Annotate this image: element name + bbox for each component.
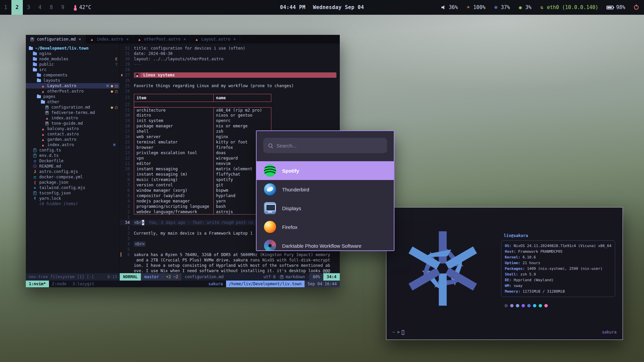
tree-item[interactable]: Dockerfile bbox=[26, 158, 119, 164]
power-icon[interactable] bbox=[634, 5, 639, 10]
tmux-window[interactable]: 1:nvim* bbox=[26, 281, 49, 287]
tree-item[interactable]: node_modules E bbox=[26, 56, 119, 62]
tree-item[interactable]: env.d.ts bbox=[26, 153, 119, 158]
fetch-user-host: liv@sakura bbox=[504, 233, 528, 239]
tree-item[interactable]: yarn.lock bbox=[26, 196, 119, 201]
app-label: Thunderbird bbox=[282, 187, 309, 192]
close-icon[interactable]: × bbox=[126, 37, 128, 42]
fetch-value: NixOS 24.11.20240828.71e91c4 (Vicuna) x8… bbox=[512, 244, 611, 248]
tree-item[interactable]: (6 hidden items) bbox=[26, 201, 119, 206]
badge: ? bbox=[115, 62, 117, 67]
tree-item[interactable]: pages bbox=[26, 94, 119, 99]
search-input[interactable] bbox=[276, 143, 382, 148]
module-icon bbox=[606, 6, 613, 9]
file-name: docker-compose.yml bbox=[39, 175, 83, 179]
close-icon[interactable]: × bbox=[233, 37, 236, 42]
editor-row: 26 bbox=[120, 78, 340, 83]
bar-module[interactable]: ⇅ eth0 (10.0.0.140) bbox=[539, 4, 598, 10]
shell-prompt[interactable]: ~ > bbox=[392, 329, 404, 335]
file-icon bbox=[45, 121, 49, 126]
tree-item[interactable]: index.astro H bbox=[26, 142, 119, 147]
file-name: tailwind.config.mjs bbox=[39, 185, 85, 190]
fetch-value: 21 hours bbox=[520, 261, 540, 265]
workspace-button[interactable]: 8 bbox=[46, 0, 57, 15]
bar-module[interactable]: ⊕ 37% bbox=[493, 4, 510, 10]
tree-item[interactable]: docker-compose.yml bbox=[26, 174, 119, 180]
table-cell: terminal emulator bbox=[134, 139, 214, 145]
tree-item[interactable]: ~/Development/liv.town bbox=[26, 46, 119, 51]
tree-item[interactable]: index.astro bbox=[26, 115, 119, 121]
line-number: 24 bbox=[124, 88, 134, 94]
git-changed: ~2 bbox=[173, 273, 178, 281]
workspace-button[interactable]: 4 bbox=[34, 0, 46, 15]
file-name: public bbox=[39, 62, 54, 67]
tree-item[interactable]: tone-guide.md bbox=[26, 121, 119, 126]
gutter-sign bbox=[120, 102, 124, 107]
launcher-search[interactable] bbox=[263, 138, 387, 153]
bar-module[interactable]: 98% bbox=[606, 4, 625, 10]
file-icon bbox=[33, 52, 37, 55]
launcher-item[interactable]: Firefox bbox=[257, 218, 394, 236]
file-icon bbox=[33, 159, 37, 163]
tree-item[interactable]: public ? bbox=[26, 62, 119, 67]
git-status: master › +2 ~2 bbox=[141, 273, 181, 281]
tree-item[interactable]: fediverse-terms.md bbox=[26, 110, 119, 115]
file-name: fediverse-terms.md bbox=[51, 110, 95, 115]
line-number: 29 bbox=[124, 62, 134, 67]
close-icon[interactable]: × bbox=[79, 37, 81, 42]
fetch-info-line: Packages: 1409 (nix-system), 2590 (nix-u… bbox=[505, 266, 611, 272]
tree-item[interactable]: config.ts bbox=[26, 147, 119, 153]
tree-item[interactable]: package.json bbox=[26, 180, 119, 185]
workspace-button[interactable]: 9 bbox=[57, 0, 68, 15]
git-blame-text: You, 5 days ago - feat: write rough post… bbox=[149, 220, 253, 225]
close-icon[interactable]: × bbox=[183, 37, 186, 42]
tree-item[interactable]: configuration.md ● □ bbox=[26, 105, 119, 110]
tree-item[interactable]: README.md bbox=[26, 164, 119, 169]
tree-item[interactable]: other bbox=[26, 99, 119, 105]
buffer-tab[interactable]: configuration.md × bbox=[26, 35, 86, 44]
tree-item[interactable]: components bbox=[26, 72, 119, 78]
tree-item[interactable]: balcony.astro bbox=[26, 126, 119, 131]
file-name: README.md bbox=[39, 164, 61, 169]
table-cell: browser bbox=[134, 145, 214, 150]
terminal-window[interactable]: liv@sakura OS: NixOS 24.11.20240828.71e9… bbox=[386, 207, 623, 340]
buffer-tab[interactable]: index.astro × bbox=[86, 35, 133, 44]
bar-module[interactable]: ◉ 3% bbox=[518, 4, 531, 10]
gutter-sign bbox=[120, 150, 124, 156]
workspace-button[interactable]: 3 bbox=[23, 0, 34, 15]
editor-text: layout: ../../layouts/otherPost.astro bbox=[134, 56, 223, 62]
tree-badges: ● □ bbox=[109, 89, 117, 94]
launcher-item[interactable]: Darktable Photo Workflow Software bbox=[257, 236, 394, 251]
editor-text: title: configuration for devices i use (… bbox=[134, 46, 245, 51]
line-number: 1 bbox=[124, 215, 134, 220]
editor-row: 30 layout: ../../layouts/otherPost.astro bbox=[120, 56, 340, 62]
gutter-sign bbox=[120, 56, 124, 62]
tree-item[interactable]: tailwind.config.mjs bbox=[26, 185, 119, 190]
file-icon bbox=[33, 180, 37, 185]
tree-item[interactable]: tsconfig.json bbox=[26, 190, 119, 196]
workspace-button[interactable]: 2 bbox=[11, 0, 23, 15]
bar-module[interactable]: ☀ 100% bbox=[466, 4, 485, 10]
badge: E bbox=[115, 57, 117, 61]
tree-item[interactable]: src bbox=[26, 67, 119, 72]
tree-item[interactable]: Layout.astro H● □ bbox=[26, 83, 119, 88]
tree-item[interactable]: garden.astro bbox=[26, 137, 119, 142]
tree-item[interactable]: contact.astro bbox=[26, 131, 119, 137]
launcher-item[interactable]: Thunderbird bbox=[257, 180, 394, 199]
launcher-item[interactable]: Spotify bbox=[257, 161, 394, 180]
tree-item[interactable]: nginx bbox=[26, 51, 119, 56]
tree-item[interactable]: otherPost.astro ● □ bbox=[26, 88, 119, 94]
buffer-tab[interactable]: otherPost.astro × bbox=[133, 35, 191, 44]
buffer-tab[interactable]: Layout.astro × bbox=[190, 35, 240, 44]
workspace-button[interactable]: 1 bbox=[0, 0, 11, 15]
editor-text: ion. I have a setup consisting of Hyprla… bbox=[134, 263, 330, 268]
launcher-item[interactable]: Displays bbox=[257, 199, 394, 218]
tmux-window[interactable]: 3:lazygit bbox=[69, 281, 97, 287]
tmux-window[interactable]: 2:node bbox=[49, 281, 69, 287]
tree-item[interactable]: layouts bbox=[26, 78, 119, 83]
file-tree[interactable]: ~/Development/liv.town nginx node_module… bbox=[26, 44, 120, 273]
bar-module[interactable]: 36% bbox=[441, 4, 458, 10]
file-icon bbox=[33, 186, 37, 190]
tree-item[interactable]: astro.config.mjs bbox=[26, 169, 119, 174]
line-number: 18 bbox=[124, 123, 134, 129]
